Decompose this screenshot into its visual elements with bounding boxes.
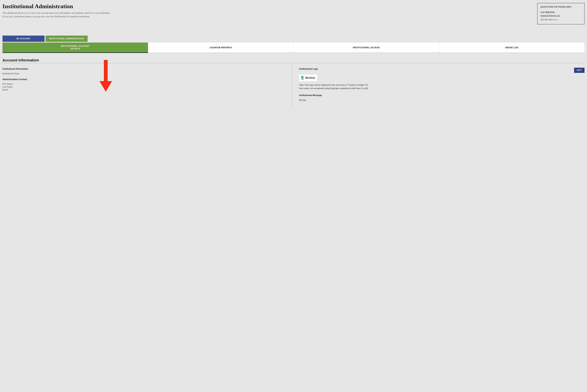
heading-administrative-contact: Administrative Contact	[3, 78, 288, 81]
institutional-logo-preview: BioOne	[299, 74, 317, 81]
heading-institutional-information: Institutional Information	[3, 68, 288, 70]
field-first-name: First Name:	[3, 83, 288, 85]
field-last-name: Last Name:	[3, 86, 288, 88]
tab-label: INSTITUTIONAL ACCOUNT DETAILS	[59, 45, 91, 50]
help-box-title: QUESTIONS OR PROBLEMS?	[540, 6, 581, 8]
field-institutional-name: Institutional Name:	[3, 72, 288, 75]
section-title-account-information: Account Information	[3, 58, 584, 63]
logo-note: Note: Your logo will be displayed in the…	[299, 83, 369, 90]
sub-tabs: INSTITUTIONAL ACCOUNT DETAILS COUNTER RE…	[3, 42, 584, 53]
tab-label: INSTITUTIONAL ACCESS	[353, 46, 380, 49]
account-info-left-column: Institutional Information Institutional …	[3, 64, 292, 108]
tab-abuse-log[interactable]: ABUSE LOG	[439, 42, 584, 53]
institutional-message-value: BioOne	[299, 99, 585, 102]
tab-institutional-access[interactable]: INSTITUTIONAL ACCESS	[294, 42, 439, 53]
logo-text: BioOne	[305, 76, 315, 80]
heading-institutional-message: Institutional Message	[299, 94, 585, 97]
primary-nav: MY ACCOUNT INSTITUTIONAL ADMINISTRATION	[3, 36, 584, 42]
account-info-right-column: Institutional Logo EDIT BioOne Note: You…	[292, 64, 585, 108]
tab-institutional-account-details[interactable]: INSTITUTIONAL ACCOUNT DETAILS	[3, 42, 148, 53]
help-box: QUESTIONS OR PROBLEMS? User Help Desk he…	[537, 3, 584, 24]
heading-institutional-logo: Institutional Logo	[299, 68, 318, 70]
help-desk-email-link[interactable]: helpdesk@BioOne.org	[540, 14, 560, 17]
help-desk-label: User Help Desk	[540, 11, 581, 14]
edit-button[interactable]: EDIT	[574, 68, 584, 73]
tab-label: ABUSE LOG	[505, 46, 518, 49]
help-desk-phone: 202-296-1605 ext. 2	[540, 18, 581, 21]
field-email: Email:	[3, 88, 288, 91]
tab-label: COUNTER REPORTS	[210, 46, 232, 49]
nav-institutional-administration[interactable]: INSTITUTIONAL ADMINISTRATION	[46, 36, 88, 42]
nav-my-account[interactable]: MY ACCOUNT	[3, 36, 45, 42]
bioone-leaf-icon	[300, 76, 304, 80]
page-description: This dashboard allows you to view your a…	[3, 11, 112, 18]
page-title: Institutional Administration	[3, 3, 112, 10]
tab-counter-reports[interactable]: COUNTER REPORTS	[148, 42, 294, 53]
